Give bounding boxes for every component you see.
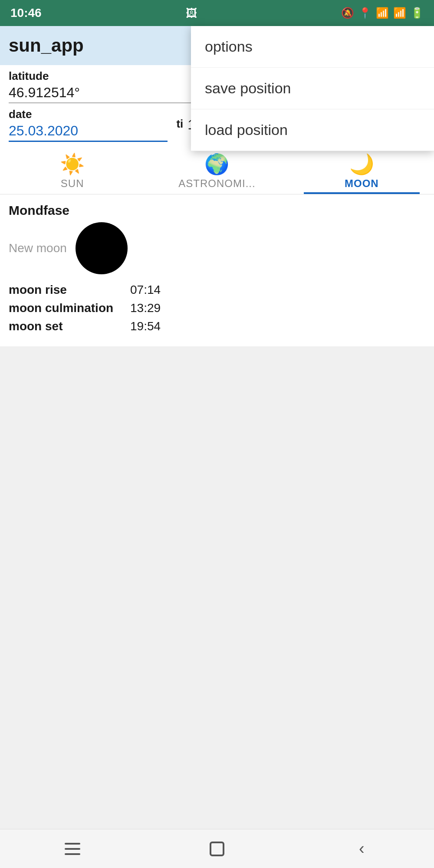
status-time: 10:46: [10, 6, 42, 20]
moon-rise-label: moon rise: [9, 283, 130, 297]
moon-phase-row: New moon: [9, 222, 425, 274]
bottom-nav: ‹: [0, 829, 434, 868]
moon-circle-icon: [76, 222, 128, 274]
status-icons: 🔕 📍 📶 📶 🔋: [341, 7, 424, 19]
moon-tab-icon: 🌙: [349, 152, 374, 176]
mondfase-heading: Mondfase: [9, 203, 425, 218]
app-title: sun_app: [9, 35, 84, 56]
moon-content: Mondfase New moon moon rise 07:14 moon c…: [0, 194, 434, 346]
menu-icon: [65, 843, 80, 855]
moon-tab-label: MOON: [345, 178, 379, 190]
moon-set-row: moon set 19:54: [9, 319, 425, 333]
location-icon: 📍: [358, 7, 372, 19]
time-label: ti: [176, 117, 183, 131]
dropdown-menu: options save position load position: [191, 26, 434, 151]
load-position-item[interactable]: load position: [191, 109, 434, 151]
sun-tab-icon: ☀️: [60, 152, 85, 176]
save-position-item[interactable]: save position: [191, 68, 434, 109]
moon-rise-value: 07:14: [130, 283, 161, 297]
astronomical-tab-label: ASTRONOMI...: [178, 178, 255, 190]
moon-set-label: moon set: [9, 319, 130, 333]
moon-set-value: 19:54: [130, 319, 161, 333]
moon-rise-row: moon rise 07:14: [9, 283, 425, 297]
tab-moon[interactable]: 🌙 MOON: [289, 146, 434, 194]
back-icon: ‹: [359, 839, 365, 858]
astronomical-tab-icon: 🌍: [204, 152, 229, 176]
wifi-icon: 📶: [376, 7, 389, 19]
date-group: date 25.03.2020: [9, 108, 176, 142]
status-image-icon: 🖼: [186, 7, 197, 20]
latitude-group: latitude 46.912514°: [9, 69, 221, 103]
nav-menu-button[interactable]: [55, 836, 90, 862]
moon-culmination-row: moon culmination 13:29: [9, 301, 425, 315]
tab-sun[interactable]: ☀️ SUN: [0, 146, 145, 194]
moon-phase-text: New moon: [9, 241, 67, 255]
latitude-value[interactable]: 46.912514°: [9, 85, 213, 103]
sun-tab-label: SUN: [61, 178, 84, 190]
mute-icon: 🔕: [341, 7, 354, 19]
dropdown-menu-title: options: [191, 26, 434, 68]
date-value[interactable]: 25.03.2020: [9, 123, 168, 142]
status-bar: 10:46 🖼 🔕 📍 📶 📶 🔋: [0, 0, 434, 26]
home-icon: [210, 842, 224, 856]
tabs-row: ☀️ SUN 🌍 ASTRONOMI... 🌙 MOON: [0, 146, 434, 194]
nav-home-button[interactable]: [200, 836, 234, 862]
signal-icon: 📶: [393, 7, 406, 19]
moon-culmination-value: 13:29: [130, 301, 161, 315]
nav-back-button[interactable]: ‹: [344, 836, 379, 862]
tab-astronomical[interactable]: 🌍 ASTRONOMI...: [145, 146, 289, 194]
latitude-label: latitude: [9, 69, 213, 83]
battery-icon: 🔋: [411, 7, 424, 19]
moon-culmination-label: moon culmination: [9, 301, 130, 315]
date-label: date: [9, 108, 168, 121]
